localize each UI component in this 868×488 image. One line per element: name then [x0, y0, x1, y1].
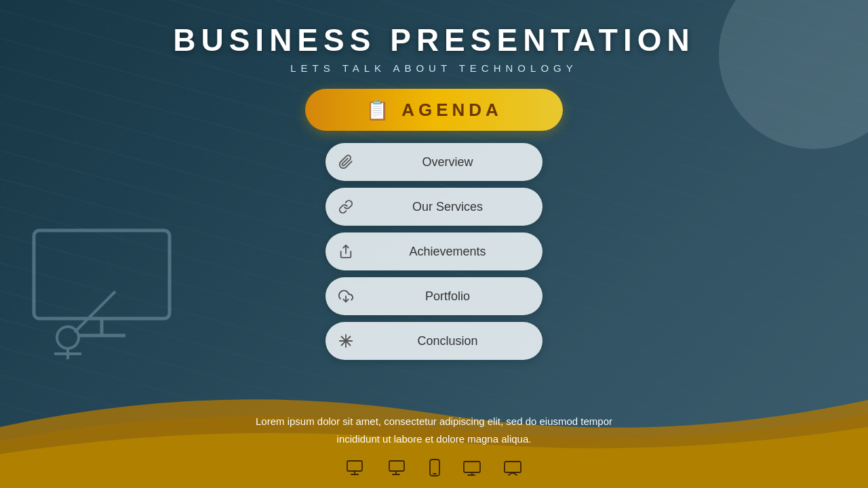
- bottom-area: Lorem ipsum dolor sit amet, consectetur …: [0, 373, 868, 488]
- device-icon-1: [389, 460, 406, 481]
- menu-list: OverviewOur ServicesAchievementsPortfoli…: [326, 143, 542, 360]
- svg-rect-21: [464, 462, 480, 472]
- subtitle: LETS TALK ABOUT TECHNOLOGY: [173, 62, 694, 74]
- menu-item-portfolio[interactable]: Portfolio: [326, 277, 542, 315]
- menu-item-achievements[interactable]: Achievements: [326, 232, 542, 270]
- footer-line2: incididunt ut labore et dolore magna ali…: [0, 430, 868, 448]
- device-icon-4: [504, 460, 521, 481]
- agenda-icon: 📋: [366, 99, 389, 121]
- menu-icon-1: [326, 199, 366, 214]
- footer-line1: Lorem ipsum dolor sit amet, consectetur …: [0, 413, 868, 430]
- svg-rect-24: [505, 462, 521, 472]
- menu-label-4: Conclusion: [366, 334, 542, 348]
- svg-rect-16: [389, 461, 404, 471]
- bottom-icons: [0, 459, 868, 481]
- menu-icon-3: [326, 289, 366, 304]
- menu-item-our-services[interactable]: Our Services: [326, 188, 542, 226]
- device-icon-2: [429, 459, 440, 481]
- menu-icon-0: [326, 155, 366, 169]
- agenda-label: AGENDA: [401, 100, 502, 121]
- menu-icon-4: [326, 333, 366, 348]
- device-icon-3: [463, 460, 481, 481]
- svg-rect-13: [347, 461, 362, 471]
- menu-item-conclusion[interactable]: Conclusion: [326, 322, 542, 360]
- menu-item-overview[interactable]: Overview: [326, 143, 542, 181]
- menu-label-0: Overview: [366, 155, 542, 169]
- menu-icon-2: [326, 244, 366, 259]
- agenda-button[interactable]: 📋 AGENDA: [305, 89, 563, 131]
- menu-label-3: Portfolio: [366, 289, 542, 304]
- main-title: BUSINESS PRESENTATION: [173, 22, 694, 58]
- footer-text: Lorem ipsum dolor sit amet, consectetur …: [0, 413, 868, 447]
- menu-label-2: Achievements: [366, 245, 542, 259]
- header: BUSINESS PRESENTATION LETS TALK ABOUT TE…: [173, 22, 694, 74]
- device-icon-0: [347, 460, 366, 481]
- menu-label-1: Our Services: [366, 200, 542, 214]
